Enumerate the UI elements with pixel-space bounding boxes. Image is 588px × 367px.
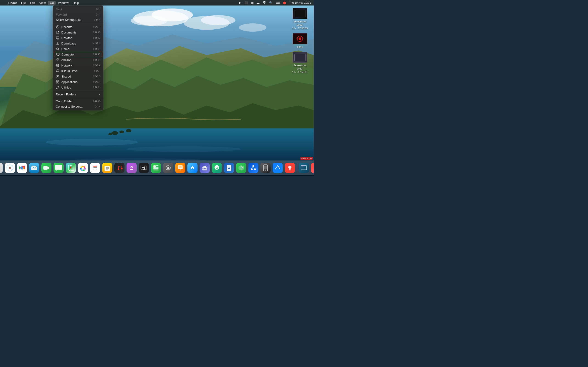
- screenrecord-button[interactable]: ⬛: [243, 1, 249, 5]
- dock-teams[interactable]: [199, 162, 210, 174]
- screenshot1-label: Screenshot2022-11-...17.50.09: [291, 20, 309, 30]
- battery-icon[interactable]: ▬: [256, 1, 260, 5]
- menu-item-applications[interactable]: Applications ⇧⌘ A: [53, 79, 103, 85]
- dock-keynote[interactable]: [174, 162, 186, 174]
- compressor-dock-icon: [163, 163, 173, 173]
- menu-item-airdrop[interactable]: AirDrop ⇧⌘ R: [53, 57, 103, 63]
- menu-item-computer[interactable]: Computer ⇧⌘ C: [54, 52, 102, 57]
- dock-numbers[interactable]: [150, 162, 162, 174]
- mail-dock-icon: [29, 163, 39, 173]
- menu-item-back[interactable]: Back ⌘ [: [53, 7, 103, 12]
- appletv-dock-icon: [139, 163, 149, 173]
- safari-svg: [6, 164, 14, 172]
- dock-facetime[interactable]: [41, 162, 52, 174]
- svg-point-17: [120, 131, 124, 133]
- menu-item-utilities[interactable]: Utilities ⇧⌘ U: [53, 85, 103, 90]
- dock-mail[interactable]: [28, 162, 40, 174]
- dock-word[interactable]: W: [223, 162, 235, 174]
- dock-podcasts[interactable]: [126, 162, 137, 174]
- svg-line-138: [252, 167, 253, 168]
- menu-item-go-to-folder[interactable]: Go to Folder… ⇧⌘ G: [53, 99, 103, 104]
- menu-item-forward[interactable]: Forward ⌘ ]: [53, 12, 103, 17]
- utilities-svg: [56, 86, 59, 89]
- svg-point-101: [93, 167, 94, 168]
- edit-menu[interactable]: Edit: [28, 1, 37, 5]
- svg-point-63: [0, 165, 0, 167]
- dock-misc1[interactable]: [298, 162, 310, 174]
- dock-compressor[interactable]: [162, 162, 174, 174]
- numbers-dock-icon: [151, 163, 161, 173]
- search-icon[interactable]: 🔍: [268, 1, 274, 5]
- keyboard-icon[interactable]: ⌨: [275, 1, 281, 5]
- dock-simulator[interactable]: [260, 162, 271, 174]
- shared-icon: [56, 75, 60, 78]
- dock-safari[interactable]: [4, 162, 16, 174]
- clock-svg: [56, 25, 59, 28]
- dock-photos[interactable]: [77, 162, 89, 174]
- menu-item-startup-disk[interactable]: Select Startup Disk ⇧⌘ ↑: [53, 17, 103, 23]
- menu-item-recent-folders[interactable]: Recent Folders: [53, 92, 103, 97]
- dock-testflight[interactable]: [235, 162, 247, 174]
- airdrop-icon: [56, 58, 60, 62]
- menu-item-desktop[interactable]: Desktop ⇧⌘ D: [53, 35, 103, 41]
- view-menu[interactable]: View: [37, 1, 48, 5]
- paintx-label-badge: Paint X Lite: [300, 157, 313, 160]
- appstore-svg: [189, 165, 196, 171]
- menu-item-downloads[interactable]: Downloads ⌥⌘ L: [53, 41, 103, 46]
- menu-item-network[interactable]: Network ⇧⌘ K: [53, 63, 103, 68]
- apple-menu[interactable]: [2, 2, 6, 3]
- menu-item-home[interactable]: Home ⇧⌘ H: [53, 46, 103, 52]
- notes-dock-icon: [102, 163, 112, 173]
- done-preview: [293, 33, 307, 44]
- svg-rect-128: [202, 167, 204, 169]
- desktop-icon-done[interactable]: done: [291, 33, 309, 48]
- dock-maps[interactable]: [65, 162, 77, 174]
- desktop-icon-screenshot3[interactable]: Screenshot2022-11-...17.50.01: [291, 52, 309, 74]
- file-menu[interactable]: File: [19, 1, 28, 5]
- datetime-display[interactable]: Thu 10 Nov 10:01: [288, 1, 312, 5]
- documents-icon: [56, 31, 60, 34]
- teams-dock-icon: [199, 163, 210, 173]
- dock-appletv[interactable]: [138, 162, 149, 174]
- numbers-svg: [153, 165, 159, 171]
- focus-icon[interactable]: ⬤: [282, 1, 287, 5]
- svg-rect-30: [57, 53, 59, 55]
- dock-messages[interactable]: [53, 162, 64, 174]
- help-menu[interactable]: Help: [71, 1, 81, 5]
- menu-item-documents[interactable]: Documents ⇧⌘ O: [53, 30, 103, 35]
- maps-svg: [67, 165, 74, 171]
- desktop-icon-screenshot1[interactable]: Screenshot2022-11-...17.50.09: [291, 8, 309, 30]
- svg-rect-117: [156, 167, 158, 168]
- play-button[interactable]: ▶: [238, 1, 242, 5]
- svg-point-108: [121, 168, 123, 169]
- dock-reminders[interactable]: [89, 162, 101, 174]
- go-menu[interactable]: Go: [48, 1, 56, 5]
- wifi-icon[interactable]: [262, 1, 267, 5]
- dock-whatsapp[interactable]: [211, 162, 223, 174]
- dock-xcode[interactable]: [272, 162, 284, 174]
- dock-appstore[interactable]: [187, 162, 198, 174]
- dock-chrome[interactable]: [16, 162, 28, 174]
- menu-item-recents[interactable]: Recents ⇧⌘ F: [53, 24, 103, 30]
- dock-sourcetree[interactable]: [248, 162, 259, 174]
- whatsapp-dock-icon: [212, 163, 222, 173]
- menu-item-shared[interactable]: Shared ⇧⌘ S: [53, 74, 103, 79]
- svg-point-13: [46, 139, 138, 146]
- keynote-dock-icon: [175, 163, 185, 173]
- dock-iconchef[interactable]: [284, 162, 296, 174]
- menu-item-connect-server[interactable]: Connect to Server… ⌘ K: [53, 104, 103, 109]
- simulator-dock-icon: [260, 163, 271, 173]
- dock-launchpad[interactable]: [0, 162, 3, 174]
- window-menu[interactable]: Window: [56, 1, 70, 5]
- dock-paintx[interactable]: [310, 162, 314, 174]
- display-icon[interactable]: ▦: [250, 1, 254, 5]
- finder-menu[interactable]: Finder: [6, 1, 19, 5]
- safari-dock-icon: [5, 163, 15, 173]
- launchpad-dock-icon: [0, 163, 3, 173]
- dock-music[interactable]: [114, 162, 125, 174]
- menu-item-icloud[interactable]: iCloud Drive ⇧⌘ I: [53, 68, 103, 74]
- dock-notes[interactable]: [102, 162, 113, 174]
- dock: W: [0, 161, 314, 175]
- svg-rect-126: [179, 166, 182, 168]
- svg-point-79: [21, 167, 23, 169]
